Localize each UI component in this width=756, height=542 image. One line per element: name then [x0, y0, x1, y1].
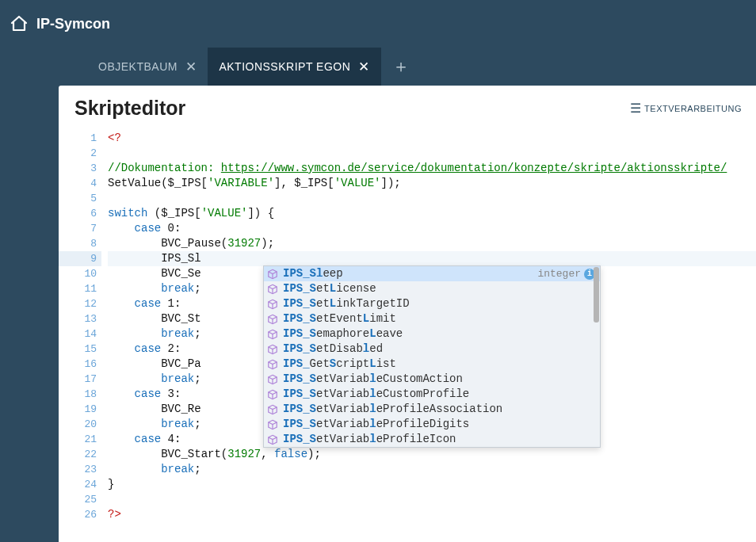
scrollbar-thumb[interactable] [594, 267, 599, 323]
code-token: ($_IPS[ [147, 207, 200, 219]
line-number: 23 [59, 462, 101, 477]
line-number: 7 [59, 221, 101, 236]
close-icon[interactable]: ✕ [358, 60, 370, 74]
code-token: case [135, 297, 162, 310]
autocomplete-item[interactable]: IPS_GetScriptList [264, 357, 600, 372]
code-token: BVC_Se [161, 267, 200, 280]
code-token: BVC_Start( [161, 448, 227, 460]
autocomplete-item[interactable]: IPS_SetVariableCustomProfile [264, 387, 600, 402]
app-title: IP-Symcon [36, 16, 110, 32]
cube-icon [267, 284, 278, 295]
autocomplete-item[interactable]: IPS_SetVariableProfileAssociation [264, 402, 600, 417]
code-editor[interactable]: 1234567891011121314151617181920212223242… [59, 128, 756, 542]
autocomplete-label: IPS_SemaphoreLeave [283, 326, 595, 342]
tab-label: AKTIONSSKRIPT EGON [219, 60, 350, 73]
code-token: case [135, 433, 162, 445]
autocomplete-item[interactable]: IPS_SetEventLimit [264, 311, 600, 326]
code-token: BVC_Pa [161, 357, 200, 370]
add-tab-button[interactable]: ＋ [381, 55, 421, 78]
code-token: BVC_Pause( [161, 237, 227, 250]
cube-icon [267, 389, 278, 400]
code-token: ; [194, 463, 200, 475]
autocomplete-item[interactable]: IPS_Sleepintegeri [264, 266, 600, 281]
text-processing-button[interactable]: ☰ TEXTVERARBEITUNG [630, 101, 742, 116]
cube-icon [267, 299, 278, 310]
cube-icon [267, 344, 278, 355]
code-token: 'VARIABLE' [208, 177, 274, 189]
code-token: ); [261, 237, 274, 250]
code-token: 4: [161, 433, 181, 445]
code-token: } [108, 478, 114, 490]
cube-icon [267, 434, 278, 445]
line-number: 20 [59, 417, 101, 432]
autocomplete-item[interactable]: IPS_SetVariableProfileIcon [264, 432, 600, 447]
line-number: 25 [59, 492, 101, 507]
autocomplete-popup[interactable]: IPS_SleepintegeriIPS_SetLicenseIPS_SetLi… [263, 265, 601, 448]
code-token: break [161, 418, 194, 430]
code-token: 2: [161, 342, 181, 355]
code-token: <? [108, 132, 121, 144]
cube-icon [267, 404, 278, 415]
line-number: 10 [59, 266, 101, 281]
code-token: case [135, 222, 162, 235]
tab-aktionsskript-egon[interactable]: AKTIONSSKRIPT EGON ✕ [208, 48, 380, 86]
app-bar: IP-Symcon [0, 0, 756, 48]
tab-objektbaum[interactable]: OBJEKTBAUM ✕ [87, 48, 208, 86]
editor-panel: Skripteditor ☰ TEXTVERARBEITUNG 12345678… [59, 86, 756, 542]
line-number: 22 [59, 447, 101, 462]
code-token: switch [108, 207, 147, 219]
code-token: break [161, 372, 194, 385]
code-token: ; [194, 418, 200, 430]
code-token: ]); [380, 177, 400, 189]
code-token: ?> [108, 508, 121, 521]
line-number: 9 [59, 251, 101, 266]
cube-icon [267, 329, 278, 340]
line-number: 14 [59, 326, 101, 342]
autocomplete-item[interactable]: IPS_SetLicense [264, 281, 600, 296]
panel-header: Skripteditor ☰ TEXTVERARBEITUNG [59, 86, 756, 128]
tab-label: OBJEKTBAUM [98, 60, 178, 73]
code-token: 31927 [227, 237, 261, 250]
code-token: BVC_Re [161, 403, 200, 415]
code-token: ], $_IPS[ [274, 177, 334, 189]
cube-icon [267, 269, 278, 280]
code-token: //Dokumentation: [108, 162, 221, 174]
code-token: case [135, 387, 162, 400]
autocomplete-label: IPS_SetVariableCustomProfile [283, 387, 595, 402]
code-token: 0: [161, 222, 181, 235]
close-icon[interactable]: ✕ [185, 60, 197, 74]
code-token: ; [194, 327, 200, 340]
code-token: 'VALUE' [334, 177, 381, 189]
line-number: 4 [59, 176, 101, 191]
cube-icon [267, 419, 278, 430]
cube-icon [267, 314, 278, 325]
line-number: 1 [59, 131, 101, 146]
autocomplete-label: IPS_GetScriptList [283, 357, 595, 372]
line-number: 5 [59, 191, 101, 206]
code-token: SetValue($_IPS[ [108, 177, 208, 189]
autocomplete-type-hint: integer [537, 266, 581, 281]
autocomplete-item[interactable]: IPS_SemaphoreLeave [264, 326, 600, 342]
autocomplete-label: IPS_SetEventLimit [283, 311, 595, 326]
cube-icon [267, 374, 278, 385]
autocomplete-item[interactable]: IPS_SetDisabled [264, 342, 600, 357]
line-number: 16 [59, 357, 101, 372]
code-token: 1: [161, 297, 181, 310]
line-number: 11 [59, 281, 101, 296]
autocomplete-item[interactable]: IPS_SetVariableProfileDigits [264, 417, 600, 432]
code-token: 31927 [227, 448, 261, 460]
code-token: break [161, 282, 194, 295]
line-number: 13 [59, 311, 101, 326]
autocomplete-label: IPS_Sleep [283, 266, 537, 281]
line-number: 24 [59, 477, 101, 492]
autocomplete-item[interactable]: IPS_SetVariableCustomAction [264, 372, 600, 387]
autocomplete-label: IPS_SetDisabled [283, 342, 595, 357]
code-token: ; [194, 372, 200, 385]
code-token: IPS_Sl [161, 252, 200, 265]
autocomplete-label: IPS_SetLinkTargetID [283, 296, 595, 311]
autocomplete-label: IPS_SetVariableCustomAction [283, 372, 595, 387]
code-token: break [161, 463, 194, 475]
autocomplete-item[interactable]: IPS_SetLinkTargetID [264, 296, 600, 311]
line-number: 21 [59, 432, 101, 447]
line-number: 18 [59, 387, 101, 402]
